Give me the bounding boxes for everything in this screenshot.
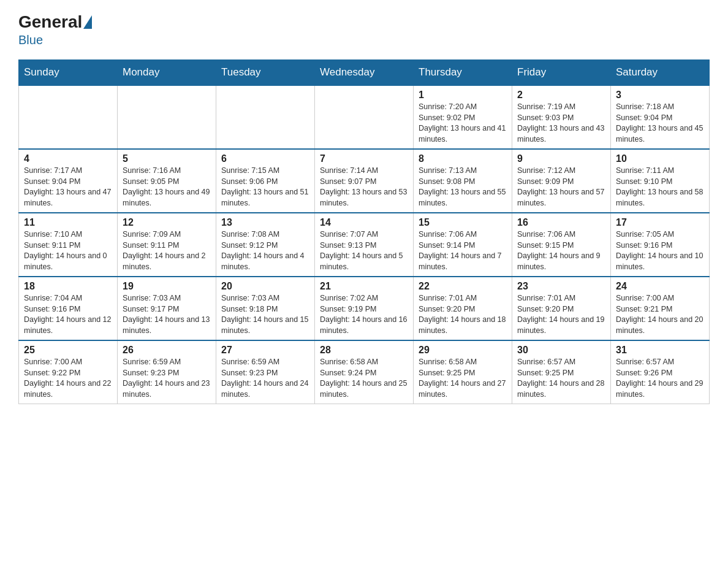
calendar-cell: 22Sunrise: 7:01 AMSunset: 9:20 PMDayligh… (414, 277, 512, 340)
day-number: 2 (517, 90, 605, 101)
day-info: Sunrise: 7:00 AMSunset: 9:22 PMDaylight:… (24, 357, 112, 400)
day-number: 5 (123, 153, 211, 164)
calendar-header-row: SundayMondayTuesdayWednesdayThursdayFrid… (19, 60, 710, 86)
calendar-cell: 23Sunrise: 7:01 AMSunset: 9:20 PMDayligh… (512, 277, 611, 340)
calendar-cell: 1Sunrise: 7:20 AMSunset: 9:02 PMDaylight… (414, 85, 512, 149)
calendar-cell (19, 85, 118, 149)
day-info: Sunrise: 7:01 AMSunset: 9:20 PMDaylight:… (517, 293, 605, 336)
calendar-cell: 7Sunrise: 7:14 AMSunset: 9:07 PMDaylight… (315, 149, 414, 213)
day-info: Sunrise: 6:57 AMSunset: 9:25 PMDaylight:… (517, 357, 605, 400)
calendar-cell: 19Sunrise: 7:03 AMSunset: 9:17 PMDayligh… (118, 277, 216, 340)
page-header: General Blue (18, 12, 710, 47)
day-number: 6 (221, 153, 309, 164)
column-header-saturday: Saturday (611, 60, 710, 86)
week-row-5: 25Sunrise: 7:00 AMSunset: 9:22 PMDayligh… (19, 340, 710, 404)
day-info: Sunrise: 6:57 AMSunset: 9:26 PMDaylight:… (616, 357, 704, 400)
day-number: 9 (517, 153, 605, 164)
calendar-cell: 3Sunrise: 7:18 AMSunset: 9:04 PMDaylight… (611, 85, 710, 149)
day-info: Sunrise: 7:03 AMSunset: 9:17 PMDaylight:… (123, 293, 211, 336)
day-info: Sunrise: 7:05 AMSunset: 9:16 PMDaylight:… (616, 229, 704, 272)
column-header-wednesday: Wednesday (315, 60, 414, 86)
logo: General Blue (18, 12, 93, 47)
calendar-cell: 13Sunrise: 7:08 AMSunset: 9:12 PMDayligh… (216, 213, 315, 277)
calendar-cell: 15Sunrise: 7:06 AMSunset: 9:14 PMDayligh… (414, 213, 512, 277)
day-number: 1 (419, 90, 507, 101)
day-info: Sunrise: 7:16 AMSunset: 9:05 PMDaylight:… (123, 166, 211, 209)
day-info: Sunrise: 7:06 AMSunset: 9:14 PMDaylight:… (419, 229, 507, 272)
day-number: 27 (221, 345, 309, 356)
day-number: 23 (517, 281, 605, 292)
day-info: Sunrise: 6:59 AMSunset: 9:23 PMDaylight:… (221, 357, 309, 400)
day-number: 11 (24, 217, 112, 228)
day-info: Sunrise: 7:00 AMSunset: 9:21 PMDaylight:… (616, 293, 704, 336)
calendar-cell: 28Sunrise: 6:58 AMSunset: 9:24 PMDayligh… (315, 340, 414, 404)
day-info: Sunrise: 7:17 AMSunset: 9:04 PMDaylight:… (24, 166, 112, 209)
day-number: 4 (24, 153, 112, 164)
day-number: 31 (616, 345, 704, 356)
calendar-cell: 27Sunrise: 6:59 AMSunset: 9:23 PMDayligh… (216, 340, 315, 404)
column-header-monday: Monday (118, 60, 216, 86)
column-header-tuesday: Tuesday (216, 60, 315, 86)
day-info: Sunrise: 7:18 AMSunset: 9:04 PMDaylight:… (616, 102, 704, 145)
calendar-cell: 6Sunrise: 7:15 AMSunset: 9:06 PMDaylight… (216, 149, 315, 213)
day-info: Sunrise: 7:15 AMSunset: 9:06 PMDaylight:… (221, 166, 309, 209)
day-info: Sunrise: 7:01 AMSunset: 9:20 PMDaylight:… (419, 293, 507, 336)
logo-general-text: General (18, 12, 82, 32)
day-info: Sunrise: 7:12 AMSunset: 9:09 PMDaylight:… (517, 166, 605, 209)
day-info: Sunrise: 7:09 AMSunset: 9:11 PMDaylight:… (123, 229, 211, 272)
calendar-cell: 10Sunrise: 7:11 AMSunset: 9:10 PMDayligh… (611, 149, 710, 213)
calendar-cell: 14Sunrise: 7:07 AMSunset: 9:13 PMDayligh… (315, 213, 414, 277)
day-info: Sunrise: 7:13 AMSunset: 9:08 PMDaylight:… (419, 166, 507, 209)
day-number: 10 (616, 153, 704, 164)
calendar-cell: 9Sunrise: 7:12 AMSunset: 9:09 PMDaylight… (512, 149, 611, 213)
day-number: 20 (221, 281, 309, 292)
calendar-cell: 29Sunrise: 6:58 AMSunset: 9:25 PMDayligh… (414, 340, 512, 404)
day-info: Sunrise: 7:04 AMSunset: 9:16 PMDaylight:… (24, 293, 112, 336)
day-info: Sunrise: 7:08 AMSunset: 9:12 PMDaylight:… (221, 229, 309, 272)
day-info: Sunrise: 6:58 AMSunset: 9:24 PMDaylight:… (320, 357, 408, 400)
day-number: 17 (616, 217, 704, 228)
calendar-cell (315, 85, 414, 149)
week-row-1: 1Sunrise: 7:20 AMSunset: 9:02 PMDaylight… (19, 85, 710, 149)
calendar-cell: 5Sunrise: 7:16 AMSunset: 9:05 PMDaylight… (118, 149, 216, 213)
day-info: Sunrise: 7:03 AMSunset: 9:18 PMDaylight:… (221, 293, 309, 336)
calendar-cell: 4Sunrise: 7:17 AMSunset: 9:04 PMDaylight… (19, 149, 118, 213)
week-row-4: 18Sunrise: 7:04 AMSunset: 9:16 PMDayligh… (19, 277, 710, 340)
day-number: 7 (320, 153, 408, 164)
calendar-cell: 31Sunrise: 6:57 AMSunset: 9:26 PMDayligh… (611, 340, 710, 404)
day-info: Sunrise: 7:11 AMSunset: 9:10 PMDaylight:… (616, 166, 704, 209)
calendar-cell: 17Sunrise: 7:05 AMSunset: 9:16 PMDayligh… (611, 213, 710, 277)
day-info: Sunrise: 7:10 AMSunset: 9:11 PMDaylight:… (24, 229, 112, 272)
logo-triangle-icon (83, 15, 92, 29)
calendar-cell: 20Sunrise: 7:03 AMSunset: 9:18 PMDayligh… (216, 277, 315, 340)
day-number: 22 (419, 281, 507, 292)
day-number: 30 (517, 345, 605, 356)
column-header-sunday: Sunday (19, 60, 118, 86)
calendar-cell: 2Sunrise: 7:19 AMSunset: 9:03 PMDaylight… (512, 85, 611, 149)
day-number: 15 (419, 217, 507, 228)
day-info: Sunrise: 7:20 AMSunset: 9:02 PMDaylight:… (419, 102, 507, 145)
calendar-cell: 21Sunrise: 7:02 AMSunset: 9:19 PMDayligh… (315, 277, 414, 340)
day-number: 16 (517, 217, 605, 228)
day-number: 14 (320, 217, 408, 228)
day-number: 26 (123, 345, 211, 356)
column-header-thursday: Thursday (414, 60, 512, 86)
day-number: 19 (123, 281, 211, 292)
logo-blue-text: Blue (18, 33, 43, 47)
day-info: Sunrise: 7:19 AMSunset: 9:03 PMDaylight:… (517, 102, 605, 145)
day-number: 29 (419, 345, 507, 356)
week-row-3: 11Sunrise: 7:10 AMSunset: 9:11 PMDayligh… (19, 213, 710, 277)
calendar-cell: 18Sunrise: 7:04 AMSunset: 9:16 PMDayligh… (19, 277, 118, 340)
calendar-cell: 24Sunrise: 7:00 AMSunset: 9:21 PMDayligh… (611, 277, 710, 340)
day-number: 13 (221, 217, 309, 228)
day-number: 21 (320, 281, 408, 292)
calendar-cell (118, 85, 216, 149)
calendar-cell: 12Sunrise: 7:09 AMSunset: 9:11 PMDayligh… (118, 213, 216, 277)
week-row-2: 4Sunrise: 7:17 AMSunset: 9:04 PMDaylight… (19, 149, 710, 213)
day-info: Sunrise: 7:14 AMSunset: 9:07 PMDaylight:… (320, 166, 408, 209)
day-number: 28 (320, 345, 408, 356)
day-info: Sunrise: 7:02 AMSunset: 9:19 PMDaylight:… (320, 293, 408, 336)
calendar-cell: 8Sunrise: 7:13 AMSunset: 9:08 PMDaylight… (414, 149, 512, 213)
calendar-cell: 25Sunrise: 7:00 AMSunset: 9:22 PMDayligh… (19, 340, 118, 404)
day-number: 24 (616, 281, 704, 292)
